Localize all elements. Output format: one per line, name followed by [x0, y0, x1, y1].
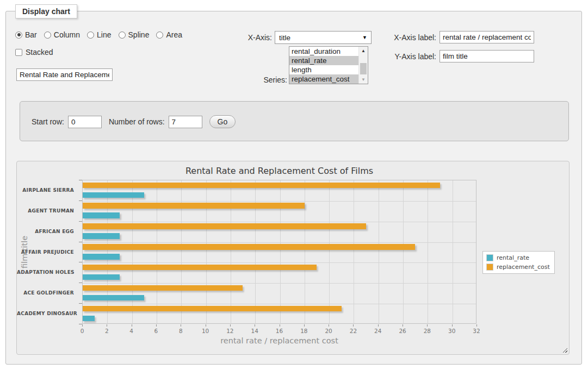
horizontal-gridline — [83, 283, 476, 284]
x-tick-label: 2 — [100, 328, 114, 334]
y-tick-mark — [79, 262, 82, 262]
page: Display chart Bar Column Line Spline Are… — [0, 0, 588, 370]
vertical-gridline — [280, 180, 281, 323]
bar-replacement_cost — [83, 244, 415, 250]
x-tick-label: 12 — [223, 328, 237, 334]
x-tick-mark — [255, 324, 255, 327]
radio-icon — [156, 32, 163, 39]
x-tick-mark — [156, 324, 157, 327]
x-tick-mark — [329, 324, 329, 327]
radio-line[interactable]: Line — [87, 30, 111, 39]
x-tick-label: 18 — [297, 328, 311, 334]
x-tick-mark — [82, 324, 83, 327]
x-tick-mark — [206, 324, 206, 327]
x-tick-mark — [132, 324, 132, 327]
series-option-rental-duration[interactable]: rental_duration — [289, 47, 358, 56]
radio-column[interactable]: Column — [44, 30, 80, 39]
y-axis-label-input[interactable] — [440, 50, 534, 62]
stacked-label: Stacked — [26, 48, 53, 57]
start-row-label: Start row: — [32, 117, 64, 126]
chart-legend: rental_rate replacement_cost — [482, 251, 555, 274]
radio-label: Spline — [128, 30, 150, 39]
radio-label: Bar — [25, 30, 37, 39]
vertical-gridline — [354, 180, 354, 323]
stacked-checkbox-row[interactable]: Stacked — [15, 48, 53, 57]
x-axis-caption: X-Axis: — [228, 33, 272, 42]
bar-rental_rate — [83, 254, 120, 260]
y-category-label: ACE GOLDFINGER — [17, 290, 78, 296]
vertical-gridline — [453, 180, 453, 323]
series-scrollbar[interactable]: ▲ ▼ — [358, 47, 368, 84]
radio-label: Area — [166, 30, 182, 39]
vertical-gridline — [132, 180, 133, 323]
series-caption: Series: — [239, 76, 287, 84]
x-tick-mark — [107, 324, 107, 327]
y-category-label: AGENT TRUMAN — [17, 208, 78, 214]
y-category-label: ADAPTATION HOLES — [17, 269, 78, 275]
series-options: rental_duration rental_rate length repla… — [289, 47, 358, 84]
y-category-label: AIRPLANE SIERRA — [17, 187, 78, 193]
x-tick-label: 4 — [125, 328, 139, 334]
bar-rental_rate — [83, 233, 120, 239]
go-button[interactable]: Go — [209, 115, 236, 128]
horizontal-gridline — [83, 304, 476, 304]
x-tick-label: 22 — [346, 328, 360, 334]
x-axis-select[interactable]: title ▼ — [275, 31, 372, 44]
bar-rental_rate — [83, 316, 95, 322]
stacked-checkbox[interactable] — [15, 49, 22, 56]
scrollbar-thumb[interactable] — [360, 63, 367, 74]
vertical-gridline — [305, 180, 305, 323]
y-axis-label-caption: Y-Axis label: — [381, 52, 436, 61]
x-tick-label: 10 — [199, 328, 213, 334]
vertical-gridline — [206, 180, 207, 323]
radio-bar[interactable]: Bar — [15, 30, 37, 39]
chevron-down-icon: ▼ — [362, 35, 367, 40]
vertical-gridline — [157, 180, 157, 323]
x-tick-mark — [181, 324, 181, 327]
x-tick-label: 0 — [75, 328, 89, 334]
horizontal-gridline — [83, 222, 476, 222]
num-rows-label: Number of rows: — [109, 117, 165, 126]
vertical-gridline — [428, 180, 428, 323]
legend-swatch — [486, 264, 493, 271]
y-tick-mark — [79, 221, 82, 222]
x-tick-mark — [476, 324, 477, 327]
legend-swatch — [486, 254, 493, 261]
y-tick-mark — [79, 283, 82, 283]
bar-replacement_cost — [83, 223, 366, 229]
series-option-replacement-cost[interactable]: replacement_cost — [289, 74, 358, 84]
bar-replacement_cost — [83, 265, 317, 271]
bar-rental_rate — [83, 192, 144, 198]
x-tick-label: 28 — [420, 328, 434, 334]
legend-item: replacement_cost — [486, 264, 550, 271]
resize-handle-icon[interactable] — [561, 347, 567, 353]
chart-type-radio-group: Bar Column Line Spline Area — [15, 30, 182, 39]
x-axis-label-input[interactable] — [440, 31, 534, 43]
num-rows-input[interactable] — [169, 116, 202, 128]
radio-label: Line — [97, 30, 111, 39]
chart-title-input[interactable] — [16, 68, 113, 81]
vertical-gridline — [403, 180, 404, 323]
y-category-label: AFFAIR PREJUDICE — [17, 249, 78, 255]
x-tick-mark — [230, 324, 231, 327]
y-tick-mark — [79, 180, 82, 180]
legend-label: rental_rate — [497, 254, 529, 261]
x-tick-mark — [353, 324, 354, 327]
x-tick-mark — [403, 324, 403, 327]
x-tick-label: 16 — [273, 328, 287, 334]
bar-replacement_cost — [83, 285, 243, 291]
series-option-length[interactable]: length — [289, 65, 358, 74]
vertical-gridline — [379, 180, 379, 323]
scroll-up-icon[interactable]: ▲ — [359, 47, 368, 55]
radio-icon — [44, 32, 51, 39]
radio-area[interactable]: Area — [156, 30, 182, 39]
vertical-gridline — [181, 180, 182, 323]
x-tick-mark — [452, 324, 453, 327]
scroll-down-icon[interactable]: ▼ — [359, 76, 368, 84]
x-tick-label: 8 — [174, 328, 188, 334]
series-option-rental-rate[interactable]: rental_rate — [289, 56, 358, 65]
radio-spline[interactable]: Spline — [119, 30, 150, 39]
start-row-input[interactable] — [68, 116, 102, 128]
legend-label: replacement_cost — [497, 264, 550, 271]
bar-replacement_cost — [83, 183, 440, 189]
